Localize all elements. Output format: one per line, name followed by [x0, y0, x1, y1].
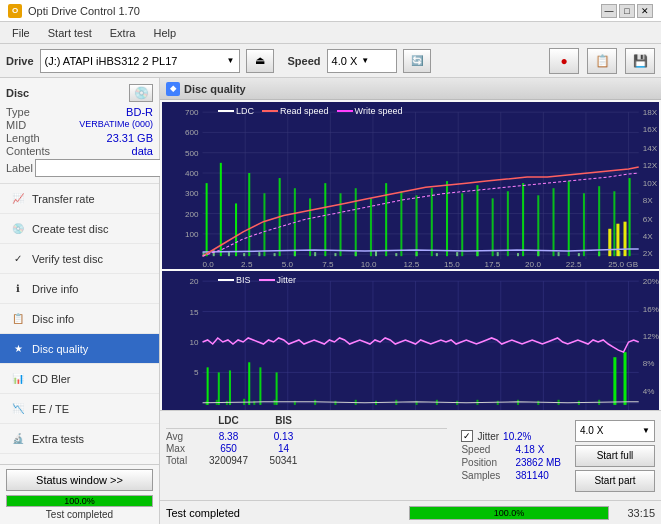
svg-rect-59	[461, 193, 463, 256]
disc-icon: 💿	[134, 86, 149, 100]
svg-rect-54	[385, 183, 387, 256]
disc-contents-label: Contents	[6, 145, 50, 157]
chart-bottom: BIS Jitter	[162, 271, 659, 410]
position-label: Position	[461, 457, 511, 468]
svg-rect-139	[207, 368, 209, 406]
right-panel: ◆ Disc quality LDC Read speed	[160, 78, 661, 524]
svg-rect-26	[314, 252, 316, 256]
disc-icon-button[interactable]: 💿	[129, 84, 153, 102]
stats-row: LDC BIS Avg 8.38 0.13 Max 650 14	[160, 411, 661, 500]
sidebar-item-verify-test-disc[interactable]: ✓ Verify test disc	[0, 244, 159, 274]
drive-eject-button[interactable]: ⏏	[246, 49, 274, 73]
title-bar-controls: — □ ✕	[601, 4, 653, 18]
disc-type-value: BD-R	[126, 106, 153, 118]
bottom-time: 33:15	[615, 507, 655, 519]
minimize-button[interactable]: —	[601, 4, 617, 18]
svg-rect-23	[258, 252, 260, 256]
svg-text:22.5: 22.5	[566, 260, 582, 269]
start-part-button[interactable]: Start part	[575, 470, 655, 492]
svg-rect-69	[613, 191, 615, 256]
sidebar-item-fe-te[interactable]: 📉 FE / TE	[0, 394, 159, 424]
speed-stat-label: Speed	[461, 444, 511, 455]
jitter-stat-row: ✓ Jitter 10.2%	[461, 430, 561, 442]
svg-text:6X: 6X	[643, 215, 654, 224]
legend-bis: BIS	[218, 275, 251, 285]
svg-rect-51	[340, 193, 342, 256]
drive-label: Drive	[6, 55, 34, 67]
svg-text:600: 600	[185, 128, 199, 137]
sidebar-item-cd-bler[interactable]: 📊 CD Bler	[0, 364, 159, 394]
chart1-svg: 700 600 500 400 300 200 100 18X 16X 14X …	[162, 102, 659, 269]
position-val: 23862 MB	[515, 457, 561, 468]
extra-tests-icon: 🔬	[10, 431, 26, 447]
fe-te-label: FE / TE	[32, 403, 69, 415]
jitter-checkbox[interactable]: ✓	[461, 430, 473, 442]
close-button[interactable]: ✕	[637, 4, 653, 18]
read-speed-label: Read speed	[280, 106, 329, 116]
menu-file[interactable]: File	[4, 25, 38, 41]
speed-stat-row: Speed 4.18 X	[461, 444, 561, 455]
svg-text:12.5: 12.5	[403, 260, 419, 269]
bottom-progress-bar: 100.0%	[409, 506, 609, 520]
svg-rect-67	[583, 193, 585, 256]
sidebar-item-drive-info[interactable]: ℹ Drive info	[0, 274, 159, 304]
status-window-button[interactable]: Status window >>	[6, 469, 153, 491]
stats-table-left: LDC BIS Avg 8.38 0.13 Max 650 14	[160, 415, 453, 496]
start-full-button[interactable]: Start full	[575, 445, 655, 467]
bis-avg-val: 0.13	[256, 431, 311, 442]
test-speed-selector[interactable]: 4.0 X ▼	[575, 420, 655, 442]
svg-rect-38	[558, 252, 560, 256]
speed-icon: 🔄	[411, 55, 423, 66]
menu-help[interactable]: Help	[145, 25, 184, 41]
disc-type-row: Type BD-R	[6, 106, 153, 118]
svg-rect-73	[624, 222, 627, 256]
sidebar-item-disc-quality[interactable]: ★ Disc quality	[0, 334, 159, 364]
svg-rect-50	[324, 183, 326, 256]
svg-rect-121	[253, 401, 255, 405]
speed-stat-val: 4.18 X	[515, 444, 544, 455]
svg-text:10.0: 10.0	[361, 260, 377, 269]
svg-rect-60	[476, 185, 478, 256]
svg-rect-53	[370, 198, 372, 256]
svg-rect-58	[446, 181, 448, 256]
speed-selector[interactable]: 4.0 X ▼	[327, 49, 397, 73]
disc-label-input[interactable]	[35, 159, 168, 177]
sidebar-item-extra-tests[interactable]: 🔬 Extra tests	[0, 424, 159, 454]
toolbar-btn-3[interactable]: 💾	[625, 48, 655, 74]
avg-label: Avg	[166, 431, 201, 442]
transfer-rate-icon: 📈	[10, 191, 26, 207]
svg-text:12X: 12X	[643, 161, 658, 170]
legend-ldc: LDC	[218, 106, 254, 116]
sidebar-item-create-test-disc[interactable]: 💿 Create test disc	[0, 214, 159, 244]
svg-rect-45	[248, 173, 250, 256]
toolbar-btn-1[interactable]: ●	[549, 48, 579, 74]
maximize-button[interactable]: □	[619, 4, 635, 18]
chart2-legend: BIS Jitter	[212, 273, 302, 287]
fe-te-icon: 📉	[10, 401, 26, 417]
toolbar-icon-3: 💾	[633, 54, 648, 68]
total-label: Total	[166, 455, 201, 466]
svg-text:16X: 16X	[643, 125, 658, 134]
samples-label: Samples	[461, 470, 511, 481]
main-area: Disc 💿 Type BD-R MID VERBATIMe (000) Len…	[0, 78, 661, 524]
toolbar-icon-2: 📋	[595, 54, 610, 68]
toolbar-btn-2[interactable]: 📋	[587, 48, 617, 74]
jitter-label: Jitter	[277, 275, 297, 285]
svg-rect-125	[334, 401, 336, 405]
drive-selector[interactable]: (J:) ATAPI iHBS312 2 PL17 ▼	[40, 49, 240, 73]
test-speed-arrow: ▼	[642, 426, 650, 435]
svg-rect-66	[568, 181, 570, 256]
svg-rect-141	[229, 371, 231, 405]
svg-rect-20	[213, 250, 215, 256]
svg-rect-143	[259, 368, 261, 406]
disc-contents-value: data	[132, 145, 153, 157]
speed-set-button[interactable]: 🔄	[403, 49, 431, 73]
menu-extra[interactable]: Extra	[102, 25, 144, 41]
sidebar-item-disc-info[interactable]: 📋 Disc info	[0, 304, 159, 334]
svg-rect-29	[375, 251, 377, 256]
drive-info-icon: ℹ	[10, 281, 26, 297]
svg-rect-71	[608, 229, 611, 256]
sidebar-item-transfer-rate[interactable]: 📈 Transfer rate	[0, 184, 159, 214]
menu-start-test[interactable]: Start test	[40, 25, 100, 41]
nav-items: 📈 Transfer rate 💿 Create test disc ✓ Ver…	[0, 184, 159, 464]
